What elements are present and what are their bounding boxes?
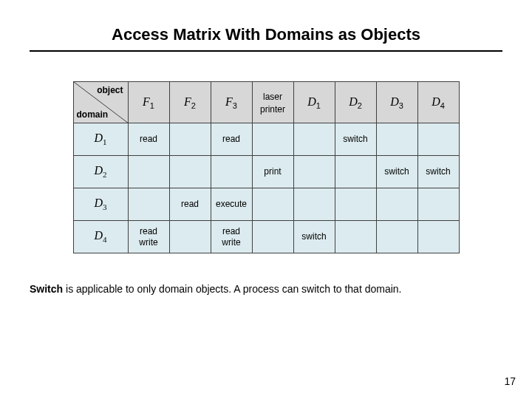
- cell: [252, 188, 293, 221]
- cell: [376, 123, 417, 156]
- diag-top-label: object: [97, 85, 123, 95]
- cell: [211, 156, 252, 188]
- cell: [417, 221, 459, 253]
- cell: print: [252, 156, 293, 188]
- diag-bottom-label: domain: [77, 109, 109, 120]
- access-matrix-table: object domain F1 F2 F3 laserprinter D1 D…: [73, 81, 460, 253]
- col-header: F1: [128, 82, 169, 123]
- cell: switch: [335, 123, 376, 156]
- row-header: D3: [73, 188, 128, 221]
- cell: [293, 156, 335, 188]
- row-header: D2: [73, 156, 128, 188]
- col-header: D4: [417, 82, 459, 123]
- cell: [293, 188, 335, 221]
- table-row: D2 print switch switch: [73, 156, 459, 188]
- col-header: F2: [169, 82, 211, 123]
- col-header: D3: [376, 82, 417, 123]
- caption-lead: Switch: [30, 283, 63, 295]
- matrix-container: object domain F1 F2 F3 laserprinter D1 D…: [30, 81, 502, 253]
- table-row: D4 readwrite readwrite switch: [73, 221, 459, 253]
- caption-rest: is applicable to only domain objects. A …: [63, 283, 401, 295]
- page-title: Access Matrix With Domains as Objects: [30, 25, 502, 44]
- cell: [128, 188, 169, 221]
- row-header: D1: [73, 123, 128, 156]
- cell: switch: [293, 221, 335, 253]
- col-header: D2: [335, 82, 376, 123]
- cell: [293, 123, 335, 156]
- cell: [252, 221, 293, 253]
- caption: Switch is applicable to only domain obje…: [30, 283, 502, 295]
- cell: [169, 156, 211, 188]
- cell: read: [169, 188, 211, 221]
- slide: Access Matrix With Domains as Objects ob…: [0, 0, 532, 399]
- cell: [335, 188, 376, 221]
- cell: [376, 221, 417, 253]
- cell: [169, 123, 211, 156]
- col-header: D1: [293, 82, 335, 123]
- cell: [335, 221, 376, 253]
- cell: readwrite: [211, 221, 252, 253]
- col-header: laserprinter: [252, 82, 293, 123]
- header-row: object domain F1 F2 F3 laserprinter D1 D…: [73, 82, 459, 123]
- cell: read: [128, 123, 169, 156]
- cell: switch: [376, 156, 417, 188]
- cell: [128, 156, 169, 188]
- row-header: D4: [73, 221, 128, 253]
- cell: readwrite: [128, 221, 169, 253]
- cell: [335, 156, 376, 188]
- cell: [252, 123, 293, 156]
- table-row: D1 read read switch: [73, 123, 459, 156]
- cell: [376, 188, 417, 221]
- cell: execute: [211, 188, 252, 221]
- cell: [417, 188, 459, 221]
- diagonal-header: object domain: [73, 82, 128, 123]
- col-header: F3: [211, 82, 252, 123]
- table-row: D3 read execute: [73, 188, 459, 221]
- cell: [417, 123, 459, 156]
- title-divider: [30, 50, 502, 52]
- cell: switch: [417, 156, 459, 188]
- cell: [169, 221, 211, 253]
- page-number: 17: [504, 375, 516, 387]
- cell: read: [211, 123, 252, 156]
